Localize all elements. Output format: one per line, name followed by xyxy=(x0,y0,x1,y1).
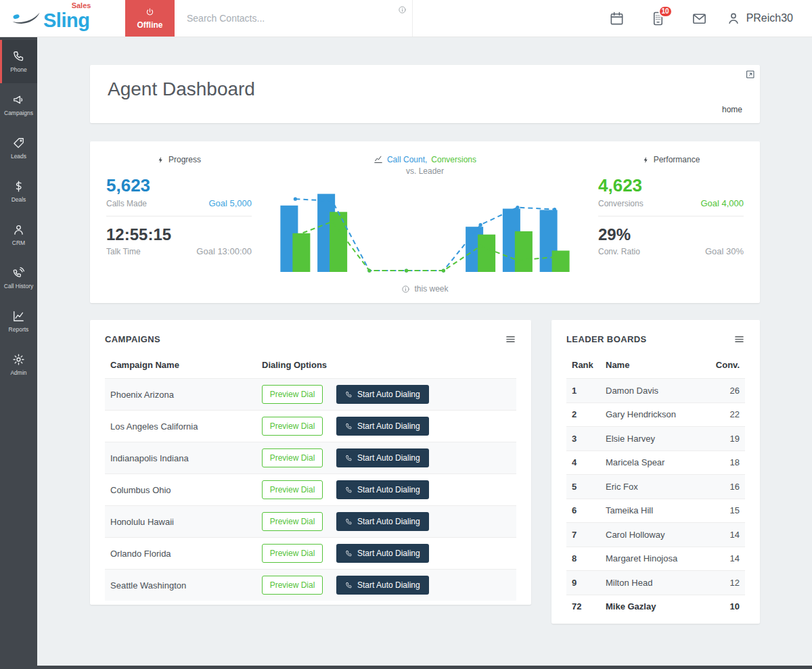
search-area xyxy=(175,0,413,37)
topbar-icons: 10 xyxy=(609,0,726,37)
offline-label: Offline xyxy=(137,20,163,30)
page-header-card: Agent Dashboard home xyxy=(90,65,760,123)
crm-icon xyxy=(12,223,25,236)
preview-dial-button[interactable]: Preview Dial xyxy=(262,512,323,531)
offline-button[interactable]: Offline xyxy=(125,0,175,37)
leaderboard-name: Eric Fox xyxy=(606,482,713,492)
sidebar-item-reports[interactable]: Reports xyxy=(0,300,37,343)
sidebar-item-crm[interactable]: CRM xyxy=(0,213,37,256)
leaderboard-name: Milton Head xyxy=(606,578,713,588)
performance-column: Performance 4,623 Conversions Goal 4,000… xyxy=(598,155,744,294)
leaderboard-row: 3 Elsie Harvey 19 xyxy=(566,426,745,451)
sidebar-item-label: Admin xyxy=(10,369,26,376)
progress-column: Progress 5,623 Calls Made Goal 5,000 12:… xyxy=(106,155,252,294)
chart-column: Call Count, Conversions vs. Leader this … xyxy=(273,155,577,294)
start-auto-dialing-button[interactable]: Start Auto Dialing xyxy=(336,417,429,436)
leaderboard-row: 9 Milton Head 12 xyxy=(566,570,745,595)
campaigns-table-header: Campaign Name Dialing Options xyxy=(105,352,516,378)
leaderboard-conv: 26 xyxy=(713,386,745,396)
leaderboard-conv: 22 xyxy=(713,409,745,419)
campaigns-card: CAMPAIGNS Campaign Name Dialing Options … xyxy=(90,320,531,605)
leaderboard-name: Damon Davis xyxy=(606,386,713,396)
power-icon xyxy=(145,7,155,18)
campaign-name: Seattle Washington xyxy=(105,580,262,591)
preview-dial-button[interactable]: Preview Dial xyxy=(262,385,323,404)
leaderboard-rank: 5 xyxy=(566,482,606,492)
start-auto-dialing-button[interactable]: Start Auto Dialing xyxy=(336,544,429,563)
dialpad-icon[interactable]: 10 xyxy=(650,11,666,26)
sidebar-item-campaigns[interactable]: Campaigns xyxy=(0,83,37,126)
start-auto-dialing-button[interactable]: Start Auto Dialing xyxy=(336,448,429,467)
campaign-name: Honolulu Hawaii xyxy=(105,517,262,527)
talk-time-value: 12:55:15 xyxy=(106,225,252,244)
campaign-row: Phoenix Arizona Preview Dial Start Auto … xyxy=(105,378,516,410)
conversions-value: 4,623 xyxy=(598,175,744,196)
calendar-icon[interactable] xyxy=(609,11,625,26)
sidebar-item-call-history[interactable]: Call History xyxy=(0,256,37,300)
campaign-name: Columbus Ohio xyxy=(105,485,262,495)
col-campaign-name: Campaign Name xyxy=(105,360,262,370)
bolt-icon xyxy=(157,156,164,164)
phone-icon xyxy=(345,423,353,430)
leaderboard-conv: 19 xyxy=(713,434,745,444)
hamburger-icon[interactable] xyxy=(734,333,745,345)
chart-subtitle: vs. Leader xyxy=(406,166,444,176)
info-icon[interactable] xyxy=(398,5,407,14)
campaign-row: Orlando Florida Preview Dial Start Auto … xyxy=(105,537,516,569)
user-area[interactable]: PReich30 xyxy=(726,0,812,37)
start-auto-dialing-button[interactable]: Start Auto Dialing xyxy=(336,512,429,531)
sidebar-item-leads[interactable]: Leads xyxy=(0,126,37,170)
footer-bar xyxy=(0,666,812,669)
phone-icon xyxy=(345,486,353,494)
preview-dial-button[interactable]: Preview Dial xyxy=(262,448,323,467)
username: PReich30 xyxy=(746,12,793,24)
start-auto-dialing-button[interactable]: Start Auto Dialing xyxy=(336,385,429,404)
campaigns-title: CAMPAIGNS xyxy=(105,334,160,344)
envelope-icon[interactable] xyxy=(692,11,707,26)
preview-dial-button[interactable]: Preview Dial xyxy=(262,576,323,595)
bolt-icon xyxy=(642,156,650,164)
phone-icon xyxy=(345,455,353,462)
chart-footer: this week xyxy=(401,284,448,294)
campaigns-rows: Phoenix Arizona Preview Dial Start Auto … xyxy=(105,378,516,601)
phone-icon xyxy=(345,391,353,398)
calls-conversions-chart xyxy=(273,179,577,279)
conv-ratio-label: Conv. Ratio xyxy=(598,247,640,256)
hamburger-icon[interactable] xyxy=(505,333,516,345)
line-chart-icon xyxy=(374,155,383,164)
sidebar-item-phone[interactable]: Phone xyxy=(0,40,37,83)
leaderboard-rank: 7 xyxy=(566,530,606,540)
preview-dial-button[interactable]: Preview Dial xyxy=(262,417,323,436)
chart-title: Call Count, Conversions xyxy=(374,155,476,164)
topbar: Sales Sling Offline 10 PReich30 xyxy=(0,0,812,37)
reports-icon xyxy=(12,310,25,323)
leaderboard-row: 6 Tameika Hill 15 xyxy=(566,499,745,523)
search-input[interactable] xyxy=(187,13,376,24)
performance-header: Performance xyxy=(598,155,744,164)
start-auto-dialing-label: Start Auto Dialing xyxy=(357,421,420,431)
calls-made-label: Calls Made xyxy=(106,199,147,208)
leads-icon xyxy=(12,137,25,149)
preview-dial-button[interactable]: Preview Dial xyxy=(262,544,323,563)
expand-icon[interactable] xyxy=(746,70,755,79)
campaign-name: Los Angeles California xyxy=(105,421,262,432)
chart-title-callcount: Call Count, xyxy=(387,155,427,164)
leaderboard-card: LEADER BOARDS Rank Name Conv. 1 Damon Da… xyxy=(551,320,760,624)
breadcrumb[interactable]: home xyxy=(722,105,742,114)
campaign-row: Los Angeles California Preview Dial Star… xyxy=(105,410,516,442)
leaderboard-rows: 1 Damon Davis 26 2 Gary Hendrickson 22 3… xyxy=(566,378,745,618)
sidebar-item-admin[interactable]: Admin xyxy=(0,343,37,386)
start-auto-dialing-button[interactable]: Start Auto Dialing xyxy=(336,480,429,499)
sidebar: Phone Campaigns Leads Deals CRM Call His… xyxy=(0,37,37,666)
preview-dial-button[interactable]: Preview Dial xyxy=(262,480,323,499)
sidebar-item-label: Call History xyxy=(4,283,33,290)
leaderboard-rank: 8 xyxy=(566,553,606,563)
leaderboard-rank: 3 xyxy=(566,434,606,444)
phone-icon xyxy=(345,582,353,589)
brand-name: Sling xyxy=(43,9,89,31)
sidebar-item-deals[interactable]: Deals xyxy=(0,170,37,213)
leaderboard-name: Elsie Harvey xyxy=(606,434,713,444)
campaigns-icon xyxy=(12,93,25,106)
start-auto-dialing-button[interactable]: Start Auto Dialing xyxy=(336,576,429,595)
brand-logo[interactable]: Sales Sling xyxy=(0,0,125,37)
